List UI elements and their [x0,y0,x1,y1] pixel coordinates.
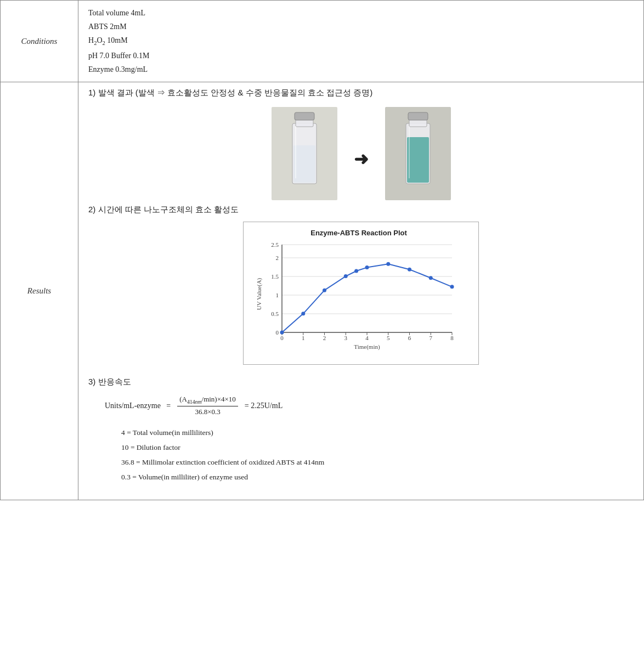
result-section-2: 2) 시간에 따른 나노구조체의 효소 활성도 Enzyme-ABTS Reac… [88,205,634,365]
svg-point-47 [301,312,305,316]
formula-notes: 4 = Total volume(in milliliters) 10 = Di… [121,425,634,484]
result-section-1: 1) 발색 결과 (발색 ⇒ 효소활성도 안정성 & 수중 반응물질의 효소 접… [88,88,634,200]
result-section-3: 3) 반응속도 Units/mL‑enzyme = (A414nm/min)×4… [88,371,634,490]
note-2: 10 = Dilution factor [121,440,634,455]
svg-text:8: 8 [450,335,454,341]
svg-text:2.5: 2.5 [271,241,279,248]
formula-line: Units/mL‑enzyme = (A414nm/min)×4×10 36.8… [105,395,634,416]
svg-text:2: 2 [323,335,326,341]
svg-point-55 [450,285,454,289]
svg-text:6: 6 [408,335,411,341]
vial-before-svg [272,107,337,200]
results-content: 1) 발색 결과 (발색 ⇒ 효소활성도 안정성 & 수중 반응물질의 효소 접… [78,82,644,500]
svg-point-46 [280,331,284,335]
chart-wrapper: Enzyme-ABTS Reaction Plot [88,222,634,365]
enzyme-chart-svg: 0 0.5 1 1.5 2 2.5 0 1 2 3 4 [255,239,463,360]
formula-denominator: 36.8×0.3 [193,406,222,416]
svg-point-49 [344,275,348,279]
svg-point-53 [408,268,411,272]
svg-rect-3 [295,112,314,120]
note-4: 0.3 = Volume(in milliliter) of enzyme us… [121,470,634,484]
svg-point-51 [365,266,369,270]
svg-text:4: 4 [365,335,369,341]
svg-point-48 [323,289,326,292]
conditions-content: Total volume 4mL ABTS 2mM H2O2 10mM pH 7… [78,1,644,82]
svg-text:Time(min): Time(min) [354,343,380,351]
svg-text:1: 1 [302,335,305,341]
chart-title: Enzyme-ABTS Reaction Plot [248,229,470,237]
svg-text:1.5: 1.5 [271,273,279,280]
svg-text:1: 1 [276,292,279,298]
svg-text:0: 0 [276,329,279,336]
svg-rect-4 [293,145,315,183]
section2-title: 2) 시간에 따른 나노구조체의 효소 활성도 [88,205,634,215]
svg-rect-9 [408,112,428,120]
condition-item-3: H2O2 10mM [88,33,634,49]
section3-title: 3) 반응속도 [88,377,634,387]
color-result-images: ➜ [88,107,634,200]
svg-point-50 [354,269,358,273]
conditions-list: Total volume 4mL ABTS 2mM H2O2 10mM pH 7… [88,6,634,76]
svg-text:UV Value(A): UV Value(A) [256,278,263,310]
svg-point-52 [386,262,390,266]
condition-item-5: Enzyme 0.3mg/mL [88,63,634,76]
svg-text:5: 5 [387,335,390,341]
results-label: Results [1,82,78,500]
svg-point-54 [429,276,433,280]
condition-item-4: pH 7.0 Buffer 0.1M [88,49,634,63]
formula-fraction: (A414nm/min)×4×10 36.8×0.3 [177,395,238,416]
formula-prefix: Units/mL‑enzyme = [105,402,171,410]
section1-title: 1) 발색 결과 (발색 ⇒ 효소활성도 안정성 & 수중 반응물질의 효소 접… [88,88,634,98]
condition-item-2: ABTS 2mM [88,20,634,33]
reaction-arrow: ➜ [354,149,369,169]
note-1: 4 = Total volume(in milliliters) [121,425,634,440]
vial-before [272,107,337,200]
chart-box: Enzyme-ABTS Reaction Plot [243,222,479,365]
svg-text:3: 3 [344,335,348,341]
conditions-label: Conditions [1,1,78,82]
svg-rect-10 [407,137,429,183]
svg-text:0: 0 [280,335,284,341]
formula-result: = 2.25U/mL [245,402,283,410]
vial-after [385,107,451,200]
note-3: 36.8 = Millimolar extinction coefficient… [121,455,634,470]
condition-item-1: Total volume 4mL [88,6,634,20]
svg-text:0.5: 0.5 [271,310,279,317]
formula-numerator: (A414nm/min)×4×10 [177,395,238,406]
svg-text:2: 2 [276,255,279,261]
svg-text:7: 7 [430,335,433,341]
vial-after-svg [385,107,451,200]
